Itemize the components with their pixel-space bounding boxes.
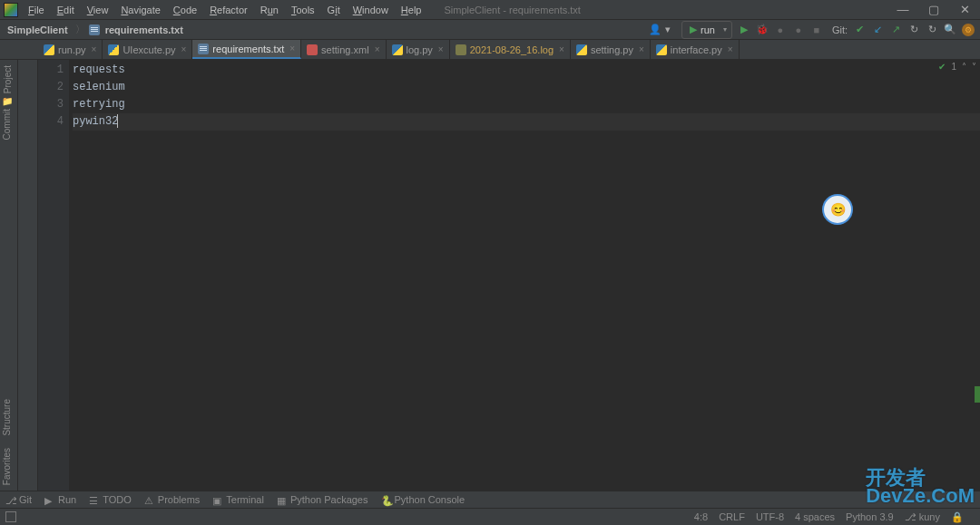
search-icon[interactable]: 🔍 xyxy=(944,24,956,36)
file-encoding[interactable]: UTF-8 xyxy=(756,511,784,522)
git-commit-icon[interactable]: ✔ xyxy=(853,24,866,36)
inspection-check-icon: ✔ xyxy=(938,62,946,72)
add-user-button[interactable]: 👤 ▾ xyxy=(643,22,676,38)
caret-position[interactable]: 4:8 xyxy=(694,511,708,522)
tool-run[interactable]: ▶ Run xyxy=(44,494,76,505)
next-highlight-icon[interactable]: ˅ xyxy=(972,62,976,72)
menu-window[interactable]: Window xyxy=(347,2,395,18)
readonly-lock-icon[interactable]: 🔒 xyxy=(951,511,964,523)
breadcrumb: SimpleClient 〉 requirements.txt xyxy=(0,23,187,36)
debug-button[interactable]: 🐞 xyxy=(756,24,769,36)
close-tab-icon[interactable]: × xyxy=(375,44,380,54)
indent-setting[interactable]: 4 spaces xyxy=(795,511,835,522)
menu-run[interactable]: Run xyxy=(254,2,285,18)
prev-highlight-icon[interactable]: ˄ xyxy=(962,62,966,72)
code-line[interactable]: requests xyxy=(73,62,980,79)
close-tab-icon[interactable]: × xyxy=(289,44,295,53)
menu-tools[interactable]: Tools xyxy=(285,2,321,18)
menu-file[interactable]: File xyxy=(22,2,51,18)
tool-window-quick-access-icon[interactable] xyxy=(5,511,16,522)
tool-python-console[interactable]: 🐍 Python Console xyxy=(381,494,466,505)
git-update-icon[interactable]: ↙ xyxy=(871,24,884,36)
close-tab-icon[interactable]: × xyxy=(438,44,444,54)
git-push-icon[interactable]: ↗ xyxy=(889,24,902,36)
marker-strip xyxy=(18,60,38,491)
editor-tab[interactable]: 2021-08-26_16.log× xyxy=(450,40,571,59)
breadcrumb-project[interactable]: SimpleClient xyxy=(4,24,72,35)
editor-tab[interactable]: interface.py× xyxy=(651,40,740,59)
commit-tool-label: Commit xyxy=(2,109,12,140)
branch-icon: ⎇ xyxy=(905,511,916,522)
close-tab-icon[interactable]: × xyxy=(559,44,564,54)
xml-file-icon xyxy=(307,44,318,55)
tool-git-label: Git xyxy=(19,494,32,505)
line-separator[interactable]: CRLF xyxy=(719,511,745,522)
git-branch[interactable]: ⎇ kuny xyxy=(905,511,940,523)
editor-tab[interactable]: requirements.txt× xyxy=(192,40,301,59)
close-button[interactable]: ✕ xyxy=(949,0,980,20)
editor-tab[interactable]: UIexcute.py× xyxy=(103,40,192,59)
tool-problems[interactable]: ⚠ Problems xyxy=(144,494,200,505)
menu-edit[interactable]: Edit xyxy=(51,2,81,18)
favorites-tool-button[interactable]: Favorites xyxy=(0,442,14,491)
commit-tool-button[interactable]: Commit xyxy=(0,103,14,145)
right-marker xyxy=(975,386,980,403)
settings-icon[interactable]: ⚙ xyxy=(962,24,975,36)
window-title: SimpleClient - requirements.txt xyxy=(444,5,580,15)
menu-code[interactable]: Code xyxy=(167,2,203,18)
breadcrumb-file[interactable]: requirements.txt xyxy=(102,24,187,35)
title-bar: File Edit View Navigate Code Refactor Ru… xyxy=(0,0,980,20)
profile-button[interactable]: ● xyxy=(792,24,805,36)
line-gutter: 1234 xyxy=(38,60,69,491)
tool-todo[interactable]: ☰ TODO xyxy=(89,494,132,505)
assistant-widget[interactable]: 😊 xyxy=(822,194,853,225)
inspection-ok-count: 1 xyxy=(951,62,956,72)
run-button[interactable]: ▶ xyxy=(738,24,750,36)
menu-view[interactable]: View xyxy=(81,2,115,18)
tab-label: requirements.txt xyxy=(212,44,284,54)
code-area[interactable]: requestsseleniumretryingpywin32 xyxy=(69,60,980,491)
git-history-icon[interactable]: ↻ xyxy=(907,24,920,36)
assistant-face-icon: 😊 xyxy=(830,202,846,217)
menu-refactor[interactable]: Refactor xyxy=(203,2,254,18)
inspection-widget[interactable]: ✔ 1 ˄ ˅ xyxy=(938,62,976,72)
editor-tab[interactable]: setting.py× xyxy=(571,40,651,59)
code-line[interactable]: selenium xyxy=(73,79,980,96)
menu-help[interactable]: Help xyxy=(395,2,428,18)
tool-terminal-label: Terminal xyxy=(226,494,264,505)
txt-file-icon xyxy=(198,44,209,54)
tool-git[interactable]: ⎇ Git xyxy=(5,494,32,505)
stop-button[interactable]: ■ xyxy=(810,24,823,36)
tool-python-packages[interactable]: ▦ Python Packages xyxy=(277,494,368,505)
navigation-bar: SimpleClient 〉 requirements.txt 👤 ▾ ▶ ru… xyxy=(0,20,980,40)
tool-terminal[interactable]: ▣ Terminal xyxy=(212,494,264,505)
editor-tab[interactable]: setting.xml× xyxy=(301,40,386,59)
run-configuration-select[interactable]: ▶ run xyxy=(681,21,732,39)
close-tab-icon[interactable]: × xyxy=(639,44,644,54)
window-controls: — ▢ ✕ xyxy=(887,0,980,20)
editor-tab[interactable]: log.py× xyxy=(387,40,450,59)
editor-tab[interactable]: run.py× xyxy=(38,40,103,59)
tool-run-label: Run xyxy=(58,494,76,505)
python-icon: 🐍 xyxy=(381,495,391,505)
coverage-button[interactable]: ● xyxy=(774,24,787,36)
menu-git[interactable]: Git xyxy=(321,2,347,18)
run-icon: ▶ xyxy=(44,495,54,505)
file-icon xyxy=(89,24,100,35)
editor-tabs: run.py×UIexcute.py×requirements.txt×sett… xyxy=(0,40,980,60)
close-tab-icon[interactable]: × xyxy=(181,44,187,54)
problems-icon: ⚠ xyxy=(144,495,154,505)
close-tab-icon[interactable]: × xyxy=(92,44,97,54)
git-rollback-icon[interactable]: ↻ xyxy=(926,24,938,36)
packages-icon: ▦ xyxy=(277,495,287,505)
menu-navigate[interactable]: Navigate xyxy=(114,2,166,18)
minimize-button[interactable]: — xyxy=(887,0,918,20)
code-line[interactable]: pywin32 xyxy=(73,113,980,131)
close-tab-icon[interactable]: × xyxy=(728,44,733,54)
editor[interactable]: 1234 requestsseleniumretryingpywin32 ✔ 1… xyxy=(38,60,980,491)
structure-tool-button[interactable]: Structure xyxy=(0,394,14,442)
interpreter[interactable]: Python 3.9 xyxy=(846,511,894,522)
code-line[interactable]: retrying xyxy=(73,96,980,113)
maximize-button[interactable]: ▢ xyxy=(918,0,949,20)
git-label: Git: xyxy=(832,24,848,35)
